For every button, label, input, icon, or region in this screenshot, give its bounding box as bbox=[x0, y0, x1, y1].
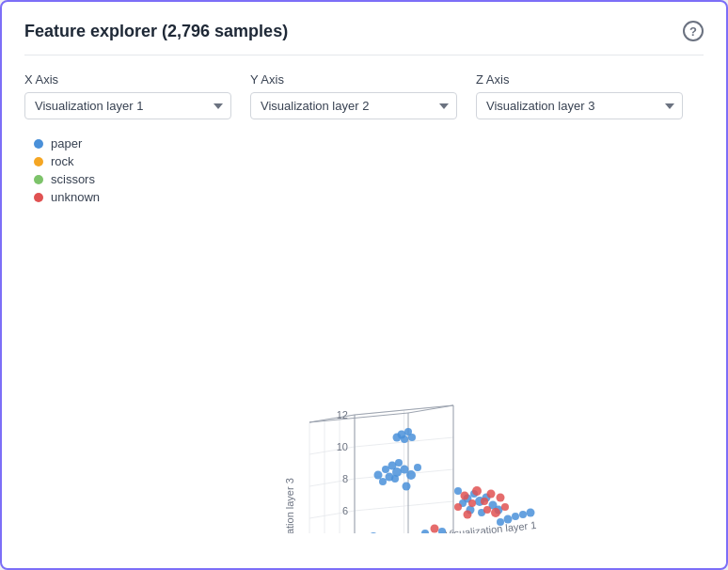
svg-point-67 bbox=[395, 459, 403, 467]
legend-label-unknown: unknown bbox=[51, 190, 100, 204]
x-axis-select[interactable]: Visualization layer 1 Visualization laye… bbox=[24, 92, 231, 119]
legend-dot-unknown bbox=[34, 193, 43, 202]
axis-controls: X Axis Visualization layer 1 Visualizati… bbox=[24, 72, 704, 119]
z-axis-label: Z Axis bbox=[476, 72, 683, 87]
svg-point-76 bbox=[370, 532, 377, 533]
y-axis-label: Y Axis bbox=[250, 72, 457, 87]
legend-item-scissors: scissors bbox=[34, 172, 704, 186]
svg-point-86 bbox=[454, 487, 462, 495]
svg-point-72 bbox=[374, 471, 383, 480]
svg-point-110 bbox=[483, 506, 491, 514]
svg-point-92 bbox=[504, 515, 513, 524]
svg-point-69 bbox=[403, 483, 411, 491]
legend-dot-paper bbox=[34, 139, 43, 149]
legend-item-paper: paper bbox=[34, 136, 704, 150]
x-axis-group: X Axis Visualization layer 1 Visualizati… bbox=[24, 72, 231, 119]
svg-point-104 bbox=[461, 492, 469, 500]
y-axis-group: Y Axis Visualization layer 1 Visualizati… bbox=[250, 72, 457, 119]
chart-area: .axis-line { stroke: #9ca3af; stroke-wid… bbox=[24, 214, 704, 533]
legend-dot-scissors bbox=[34, 175, 43, 184]
z-axis-group: Z Axis Visualization layer 1 Visualizati… bbox=[476, 72, 683, 119]
svg-point-112 bbox=[491, 508, 500, 517]
svg-point-64 bbox=[379, 478, 387, 485]
legend-dot-rock bbox=[34, 157, 43, 166]
svg-text:10: 10 bbox=[337, 441, 348, 452]
svg-point-123 bbox=[421, 530, 429, 533]
legend-label-paper: paper bbox=[51, 136, 82, 150]
x-axis-label: X Axis bbox=[24, 72, 231, 87]
svg-text:6: 6 bbox=[342, 505, 348, 516]
legend-item-unknown: unknown bbox=[34, 190, 704, 204]
svg-text:12: 12 bbox=[337, 409, 348, 420]
svg-point-93 bbox=[512, 513, 519, 520]
legend-item-rock: rock bbox=[34, 154, 704, 168]
svg-point-91 bbox=[497, 518, 504, 526]
svg-point-94 bbox=[519, 511, 527, 518]
svg-point-111 bbox=[464, 511, 472, 519]
svg-point-58 bbox=[401, 435, 408, 443]
svg-point-68 bbox=[382, 466, 389, 473]
svg-point-106 bbox=[481, 498, 488, 505]
svg-point-109 bbox=[497, 494, 505, 502]
svg-text:Visualization layer 3: Visualization layer 3 bbox=[284, 478, 295, 533]
svg-point-71 bbox=[414, 464, 421, 471]
svg-text:8: 8 bbox=[342, 473, 348, 484]
y-axis-select[interactable]: Visualization layer 1 Visualization laye… bbox=[250, 92, 457, 119]
feature-explorer-card: Feature explorer (2,796 samples) ? X Axi… bbox=[0, 0, 728, 570]
legend-label-rock: rock bbox=[51, 154, 74, 168]
legend-label-scissors: scissors bbox=[51, 172, 95, 186]
legend: paper rock scissors unknown bbox=[34, 136, 704, 204]
help-icon[interactable]: ? bbox=[683, 21, 704, 41]
page-title: Feature explorer (2,796 samples) bbox=[24, 22, 288, 41]
svg-point-95 bbox=[527, 509, 535, 517]
z-axis-select[interactable]: Visualization layer 1 Visualization laye… bbox=[476, 92, 683, 119]
chart-container: .axis-line { stroke: #9ca3af; stroke-wid… bbox=[53, 214, 704, 533]
svg-point-70 bbox=[391, 475, 399, 483]
svg-point-105 bbox=[472, 486, 482, 496]
svg-point-108 bbox=[468, 499, 476, 507]
svg-point-107 bbox=[487, 490, 496, 499]
svg-point-113 bbox=[501, 503, 509, 511]
svg-text:Visualization layer 1: Visualization layer 1 bbox=[444, 519, 536, 533]
svg-point-60 bbox=[408, 434, 416, 441]
3d-scatter-chart: .axis-line { stroke: #9ca3af; stroke-wid… bbox=[53, 214, 704, 533]
svg-point-59 bbox=[393, 434, 402, 442]
svg-point-124 bbox=[431, 525, 439, 533]
svg-point-114 bbox=[454, 503, 462, 511]
svg-point-66 bbox=[406, 470, 416, 480]
card-header: Feature explorer (2,796 samples) ? bbox=[24, 21, 704, 55]
